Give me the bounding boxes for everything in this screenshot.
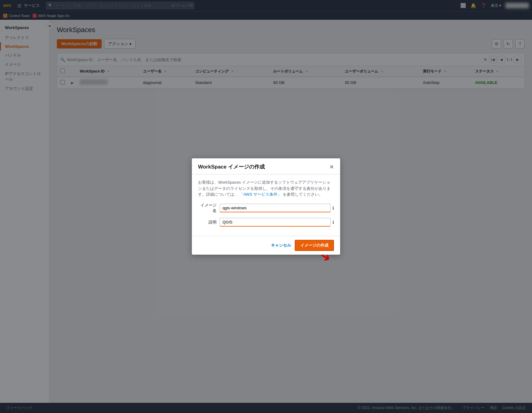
- cancel-button[interactable]: キャンセル: [271, 243, 291, 248]
- image-name-label: イメージ名: [198, 202, 217, 214]
- modal-overlay[interactable]: WorkSpace イメージの作成 ✕ お客様は、WorkSpaces イメージ…: [0, 0, 532, 413]
- description-row: 説明 ℹ: [198, 218, 334, 227]
- create-image-button[interactable]: イメージの作成: [295, 240, 334, 251]
- modal-title: WorkSpace イメージの作成: [198, 163, 265, 170]
- description-input-wrap: ℹ: [220, 218, 334, 227]
- description-input[interactable]: [220, 218, 331, 227]
- modal-footer: キャンセル イメージの作成 ➜: [192, 236, 340, 255]
- modal-close-btn[interactable]: ✕: [329, 164, 334, 170]
- modal-notice-link[interactable]: 「AWS サービス条件」: [239, 192, 282, 197]
- create-image-modal: WorkSpace イメージの作成 ✕ お客様は、WorkSpaces イメージ…: [192, 158, 340, 255]
- image-name-input[interactable]: [220, 204, 331, 212]
- description-info-icon[interactable]: ℹ: [332, 220, 334, 225]
- modal-header: WorkSpace イメージの作成 ✕: [192, 158, 340, 174]
- modal-body: お客様は、WorkSpaces イメージに追加するソフトウェアアプリケーションま…: [192, 174, 340, 236]
- image-name-info-icon[interactable]: ℹ: [332, 206, 334, 211]
- image-name-input-wrap: ℹ: [220, 204, 334, 212]
- modal-notice-suffix: を参照してください。: [283, 192, 323, 197]
- modal-notice: お客様は、WorkSpaces イメージに追加するソフトウェアアプリケーションま…: [198, 179, 334, 198]
- description-label: 説明: [198, 219, 217, 225]
- image-name-row: イメージ名 ℹ: [198, 202, 334, 214]
